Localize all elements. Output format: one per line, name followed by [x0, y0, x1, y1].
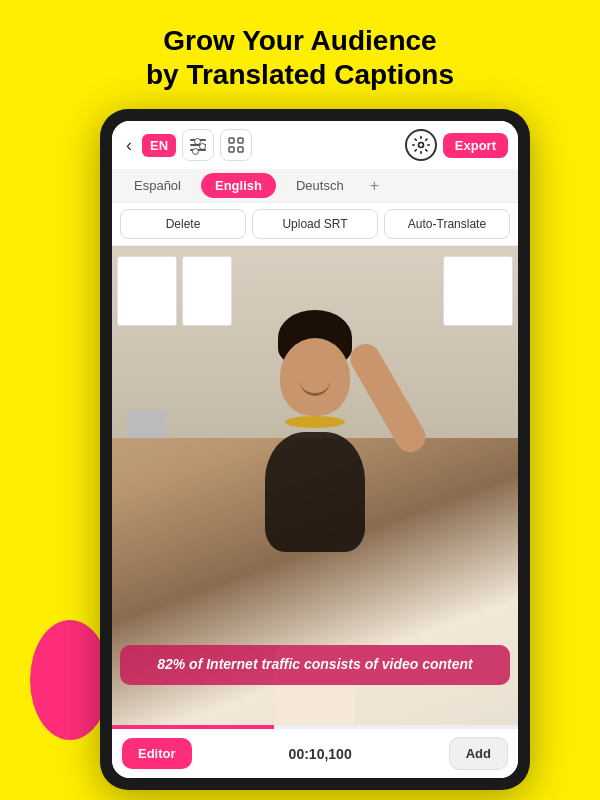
export-button[interactable]: Export: [443, 133, 508, 158]
pink-blob-decoration: [30, 620, 110, 740]
device-wrapper: ‹ EN: [70, 109, 530, 800]
headline-line2: by Translated Captions: [146, 59, 454, 90]
expand-button[interactable]: [220, 129, 252, 161]
cabinet-left: [117, 256, 177, 326]
headline: Grow Your Audience by Translated Caption…: [106, 0, 494, 109]
add-button[interactable]: Add: [449, 737, 508, 770]
head: [280, 338, 350, 416]
cabinet-center: [182, 256, 232, 326]
tab-espanol[interactable]: Español: [120, 173, 195, 198]
settings-button[interactable]: [405, 129, 437, 161]
top-bar: ‹ EN: [112, 121, 518, 169]
back-button[interactable]: ‹: [122, 133, 136, 158]
body: [265, 432, 365, 552]
slider-line-2: [190, 144, 206, 146]
expand-icon: [228, 137, 244, 153]
add-language-button[interactable]: +: [364, 175, 385, 197]
toaster-decoration: [127, 410, 167, 438]
language-tabs: Español English Deutsch +: [112, 169, 518, 203]
svg-rect-0: [229, 138, 234, 143]
video-area[interactable]: 82% of Internet traffic consists of vide…: [112, 246, 518, 725]
editor-button[interactable]: Editor: [122, 738, 192, 769]
device-frame: ‹ EN: [100, 109, 530, 790]
svg-rect-1: [238, 138, 243, 143]
upload-srt-button[interactable]: Upload SRT: [252, 209, 378, 239]
svg-rect-3: [238, 147, 243, 152]
svg-rect-2: [229, 147, 234, 152]
tab-deutsch[interactable]: Deutsch: [282, 173, 358, 198]
slider-line-3: [190, 149, 206, 151]
cabinet-right: [443, 256, 513, 326]
progress-fill: [112, 725, 274, 729]
slider-line-1: [190, 139, 206, 141]
necklace: [285, 416, 345, 428]
action-bar: Delete Upload SRT Auto-Translate: [112, 203, 518, 246]
language-badge[interactable]: EN: [142, 134, 176, 157]
timecode-display: 00:10,100: [200, 746, 441, 762]
delete-button[interactable]: Delete: [120, 209, 246, 239]
auto-translate-button[interactable]: Auto-Translate: [384, 209, 510, 239]
svg-point-4: [418, 143, 423, 148]
caption-text: 82% of Internet traffic consists of vide…: [134, 655, 496, 675]
bottom-bar: Editor 00:10,100 Add: [112, 729, 518, 778]
smile: [300, 381, 330, 396]
caption-overlay: 82% of Internet traffic consists of vide…: [120, 645, 510, 685]
raised-arm: [345, 339, 431, 458]
app-screen: ‹ EN: [112, 121, 518, 778]
video-background: 82% of Internet traffic consists of vide…: [112, 246, 518, 725]
sliders-icon: [190, 139, 206, 151]
tab-english[interactable]: English: [201, 173, 276, 198]
progress-bar[interactable]: [112, 725, 518, 729]
sliders-button[interactable]: [182, 129, 214, 161]
headline-line1: Grow Your Audience: [163, 25, 436, 56]
gear-icon: [411, 135, 431, 155]
